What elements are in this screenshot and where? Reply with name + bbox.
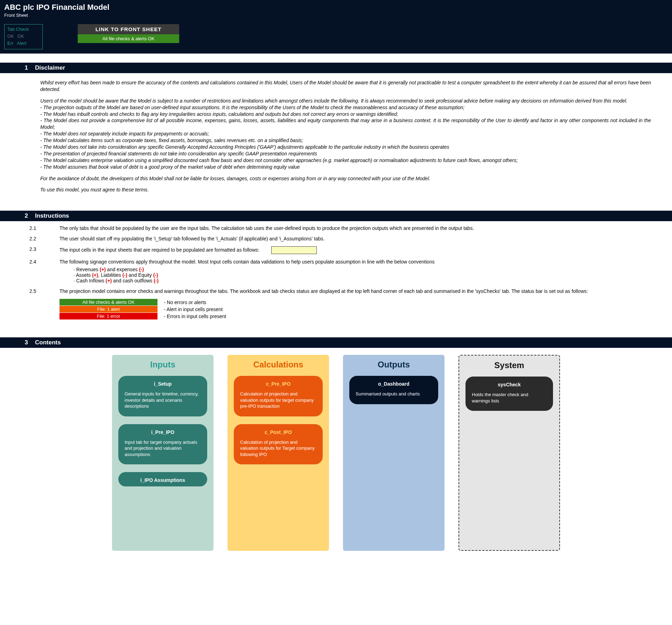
disclaimer-text: - The Model assumes that book value of d… (40, 164, 300, 170)
status-error-box: File: 1 error (59, 313, 158, 319)
disclaimer-body: Whilst every effort has been made to ens… (0, 73, 672, 202)
card-c-post-ipo[interactable]: c_Post_IPO Calculation of projection and… (234, 424, 323, 465)
card-name: i_Pre_IPO (125, 429, 201, 436)
tab-check-ok-label: OK (7, 33, 14, 40)
link-to-front-sheet[interactable]: LINK TO FRONT SHEET All file checks & al… (78, 24, 179, 43)
card-name: o_Dashboard (356, 381, 432, 387)
column-title: Outputs (349, 360, 438, 370)
instruction-number: 2.4 (28, 259, 59, 283)
card-desc: Calculation of projection and valuation … (240, 391, 316, 409)
disclaimer-text: - The Model has inbuilt controls and che… (40, 111, 398, 117)
card-desc: General inputs for timeline, currency, i… (125, 391, 201, 409)
calculations-column: Calculations c_Pre_IPO Calculation of pr… (227, 355, 329, 551)
instruction-number: 2.3 (28, 246, 59, 254)
card-name: c_Post_IPO (240, 429, 316, 436)
instruction-text: The following signage conventions apply … (59, 259, 435, 265)
instruction-row: 2.5 The projection model contains error … (28, 288, 651, 294)
card-i-setup[interactable]: i_Setup General inputs for timeline, cur… (118, 376, 207, 416)
instruction-row: 2.2 The user should start off my populat… (28, 236, 651, 241)
section-instructions-bar: 2 Instructions (0, 211, 672, 221)
card-desc: Calculation of projection and valuation … (240, 439, 316, 458)
card-o-dashboard[interactable]: o_Dashboard Summarised outputs and chart… (349, 376, 438, 404)
section-number: 3 (0, 339, 35, 346)
disclaimer-text: - The Model calculates items such as cor… (40, 138, 303, 143)
disclaimer-text: - The Model does not provide a comprehen… (40, 118, 651, 130)
card-desc: Holds the master check and warnings list… (472, 392, 547, 404)
column-title: Calculations (234, 360, 323, 370)
instruction-text: The input cells in the input sheets that… (59, 246, 651, 254)
link-label: LINK TO FRONT SHEET (78, 24, 179, 34)
card-name: i_IPO Assumptions (125, 477, 201, 484)
status-legend: All file checks & alerts OK- No errors o… (59, 299, 651, 319)
contents-grid: Inputs i_Setup General inputs for timeli… (0, 348, 672, 565)
disclaimer-text: Whilst every effort has been made to ens… (40, 79, 651, 93)
card-desc: Summarised outputs and charts (356, 391, 432, 397)
status-ok-box: All file checks & alerts OK (59, 299, 158, 306)
status-ok-label: - No errors or alerts (164, 300, 206, 305)
column-title: Inputs (118, 360, 207, 370)
instruction-number: 2.5 (28, 288, 59, 294)
outputs-column: Outputs o_Dashboard Summarised outputs a… (343, 355, 444, 551)
disclaimer-text: - The presentation of projected financia… (40, 151, 317, 156)
card-i-pre-ipo[interactable]: i_Pre_IPO Input tab for target company a… (118, 424, 207, 465)
signage-bullet: Cash Inflows (+) and cash outflows (-) (74, 278, 651, 283)
instruction-row: 2.1 The only tabs that should be populat… (28, 225, 651, 231)
section-title: Disclaimer (35, 64, 65, 71)
column-title: System (465, 360, 553, 370)
disclaimer-text: For the avoidance of doubt, the develope… (40, 175, 651, 182)
card-name: i_Setup (125, 381, 201, 387)
instruction-row: 2.4 The following signage conventions ap… (28, 259, 651, 283)
instruction-text: The only tabs that should be populated b… (59, 225, 651, 231)
disclaimer-text: To use this model, you must agree to the… (40, 187, 651, 193)
card-syscheck[interactable]: sysCheck Holds the master check and warn… (465, 377, 553, 411)
model-title: ABC plc IPO Financial Model (4, 3, 668, 12)
instruction-row: 2.3 The input cells in the input sheets … (28, 246, 651, 254)
tab-check-box: Tab Check OK OK Err Alert (4, 24, 43, 49)
tab-check-err-label: Err (7, 40, 13, 47)
instruction-text: The user should start off my populating … (59, 236, 651, 241)
card-c-pre-ipo[interactable]: c_Pre_IPO Calculation of projection and … (234, 376, 323, 416)
tab-check-ok-value: OK (18, 33, 24, 40)
section-title: Contents (35, 339, 61, 346)
section-contents-bar: 3 Contents (0, 337, 672, 348)
disclaimer-text: - The Model does not separately include … (40, 131, 209, 136)
status-alert-label: - Alert in input cells present (164, 307, 223, 312)
card-name: c_Pre_IPO (240, 381, 316, 387)
sheet-name: Front Sheet (4, 13, 668, 18)
instruction-text: The input cells in the input sheets that… (59, 247, 259, 253)
disclaimer-text: - The Model calculates enterprise valuat… (40, 157, 518, 163)
inputs-column: Inputs i_Setup General inputs for timeli… (112, 355, 214, 551)
disclaimer-text: - The projection outputs of the Model ar… (40, 105, 464, 110)
system-column: System sysCheck Holds the master check a… (458, 355, 560, 551)
signage-bullet: Assets (+), Liabilities (-) and Equity (… (74, 272, 651, 278)
section-number: 2 (0, 212, 35, 219)
section-number: 1 (0, 64, 35, 71)
disclaimer-text: Users of the model should be aware that … (40, 98, 628, 104)
status-error-label: - Errors in input cells present (164, 314, 226, 319)
section-title: Instructions (35, 212, 69, 219)
instruction-text: The following signage conventions apply … (59, 259, 651, 283)
signage-bullet: Revenues (+) and expenses (-) (74, 267, 651, 272)
link-status: All file checks & alerts OK (78, 34, 179, 43)
card-i-ipo-assumptions[interactable]: i_IPO Assumptions (118, 472, 207, 486)
instructions-body: 2.1 The only tabs that should be populat… (0, 221, 672, 323)
card-desc: Input tab for target company actuals and… (125, 439, 201, 458)
disclaimer-text: - The Model does not take into considera… (40, 144, 449, 150)
instruction-number: 2.2 (28, 236, 59, 241)
instruction-text: The projection model contains error chec… (59, 288, 651, 294)
tab-check-alert-label: Alert (17, 40, 26, 47)
tab-check-title: Tab Check (7, 26, 40, 33)
section-disclaimer-bar: 1 Disclaimer (0, 63, 672, 73)
header: ABC plc IPO Financial Model Front Sheet … (0, 0, 672, 54)
status-alert-box: File: 1 alert (59, 306, 158, 312)
input-cell-swatch (271, 246, 317, 254)
card-name: sysCheck (472, 381, 547, 388)
instruction-number: 2.1 (28, 225, 59, 231)
